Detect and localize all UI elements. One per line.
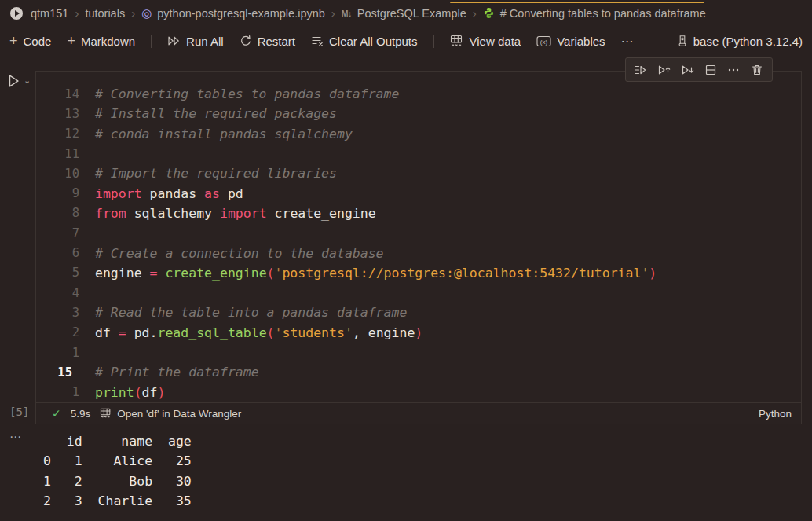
line-number: 7 <box>36 226 79 240</box>
output-lines: id name age0 1 Alice 251 2 Bob 302 3 Cha… <box>43 431 812 511</box>
run-all-button[interactable]: Run All <box>167 35 224 48</box>
code-editor[interactable]: 14# Converting tables to pandas datafram… <box>36 84 801 402</box>
line-number: 10 <box>36 167 79 181</box>
cell-toolbar <box>625 57 773 82</box>
kernel-picker-button[interactable]: base (Python 3.12.4) <box>677 35 803 48</box>
code-line[interactable]: 15# Print the dataframe <box>36 362 801 382</box>
breadcrumb-file-name[interactable]: python-postgresql-example.ipynb <box>157 7 325 20</box>
code-text: # Import the required libraries <box>95 166 337 181</box>
execution-duration: 5.9s <box>71 408 91 420</box>
split-cell-button[interactable] <box>701 61 720 79</box>
run-cell-icon <box>6 73 21 89</box>
line-number: 12 <box>36 127 79 141</box>
code-line[interactable]: 1print(df) <box>36 382 801 402</box>
markdown-icon: M↓ <box>342 9 352 18</box>
execute-below-button[interactable] <box>678 61 697 79</box>
code-cell[interactable]: 14# Converting tables to pandas datafram… <box>35 71 802 424</box>
cell-language-picker[interactable]: Python <box>759 408 792 420</box>
output-options-button[interactable]: ⋯ <box>9 430 22 444</box>
code-line[interactable]: 14# Converting tables to pandas datafram… <box>36 84 801 104</box>
output-line: 1 2 Bob 30 <box>43 471 812 491</box>
breadcrumb-heading[interactable]: # Converting tables to pandas dataframe <box>500 7 706 20</box>
code-line[interactable]: 10# Import the required libraries <box>36 163 801 183</box>
code-line[interactable]: 2df = pd.read_sql_table('students', engi… <box>36 323 801 343</box>
restart-icon <box>240 35 252 47</box>
code-text: # Create a connection to the database <box>95 246 384 261</box>
code-line[interactable]: 1 <box>36 343 801 362</box>
breadcrumb: qtm151 › tutorials › ◎ python-postgresql… <box>0 0 812 26</box>
svg-text:(x): (x) <box>540 38 548 45</box>
line-number: 2 <box>36 325 79 339</box>
code-text: df = pd.read_sql_table('students', engin… <box>95 325 422 340</box>
clear-outputs-icon <box>311 35 324 47</box>
data-wrangler-icon <box>450 35 464 47</box>
view-data-label: View data <box>470 35 521 48</box>
code-text: from sqlalchemy import create_engine <box>95 206 376 221</box>
code-line[interactable]: 8from sqlalchemy import create_engine <box>36 204 801 223</box>
line-number: 8 <box>36 206 79 220</box>
clear-all-outputs-button[interactable]: Clear All Outputs <box>311 35 418 48</box>
breadcrumb-section[interactable]: PostgreSQL Example <box>357 7 466 20</box>
line-number: 9 <box>36 186 79 200</box>
line-number: 11 <box>36 147 79 161</box>
code-text: import pandas as pd <box>95 186 243 201</box>
run-options-chevron-icon[interactable]: ⌄ <box>24 75 31 86</box>
toolbar-divider <box>433 35 434 48</box>
run-cell-button[interactable]: ⌄ <box>6 73 31 89</box>
code-line[interactable]: 9import pandas as pd <box>36 183 801 203</box>
execution-count: [5] <box>9 405 29 418</box>
code-text: print(df) <box>95 385 165 400</box>
restart-label: Restart <box>258 35 295 48</box>
toolbar-divider <box>151 35 152 48</box>
plus-icon: + <box>9 34 18 48</box>
line-number: 3 <box>36 306 79 320</box>
code-text: # Read the table into a pandas dataframe <box>95 305 407 320</box>
run-circle-icon[interactable] <box>10 7 23 20</box>
code-line[interactable]: 13# Install the required packages <box>36 104 801 123</box>
add-markdown-label: Markdown <box>81 35 135 48</box>
code-line[interactable]: 5engine = create_engine('postgresql://po… <box>36 263 801 283</box>
execute-above-button[interactable] <box>654 61 673 79</box>
code-line[interactable]: 4 <box>36 283 801 303</box>
view-data-button[interactable]: View data <box>450 35 521 48</box>
code-line[interactable]: 11 <box>36 144 801 163</box>
code-text: # Converting tables to pandas dataframe <box>95 86 399 101</box>
chevron-right-icon: › <box>331 6 336 20</box>
variables-icon: (x) <box>536 35 551 47</box>
code-text: # Print the dataframe <box>95 365 259 380</box>
add-code-cell-button[interactable]: + Code <box>9 34 51 48</box>
code-line[interactable]: 6# Create a connection to the database <box>36 243 801 262</box>
code-text: engine = create_engine('postgresql://pos… <box>95 266 657 281</box>
run-all-label: Run All <box>186 35 224 48</box>
execute-below-icon <box>681 64 694 76</box>
kernel-icon <box>677 35 688 47</box>
restart-button[interactable]: Restart <box>240 35 295 48</box>
execute-section-button[interactable] <box>631 61 650 79</box>
open-in-data-wrangler-button[interactable]: Open 'df' in Data Wrangler <box>100 408 241 420</box>
breadcrumb-folder-tutorials[interactable]: tutorials <box>85 7 125 20</box>
execute-above-icon <box>657 64 671 76</box>
output-line: 2 3 Charlie 35 <box>43 491 812 511</box>
delete-cell-button[interactable] <box>748 61 766 79</box>
clear-outputs-label: Clear All Outputs <box>329 35 418 48</box>
output-area: id name age0 1 Alice 251 2 Bob 302 3 Cha… <box>43 431 812 511</box>
trash-icon <box>751 64 763 76</box>
code-line[interactable]: 3# Read the table into a pandas datafram… <box>36 303 801 322</box>
cell-more-actions-button[interactable] <box>724 61 743 79</box>
variables-button[interactable]: (x) Variables <box>536 35 605 48</box>
code-text: # Install the required packages <box>95 106 337 121</box>
breadcrumb-folder-qtm151[interactable]: qtm151 <box>31 7 68 20</box>
success-check-icon: ✓ <box>52 407 61 420</box>
chevron-right-icon: › <box>130 6 136 20</box>
notebook-icon: ◎ <box>141 7 152 19</box>
add-markdown-cell-button[interactable]: + Markdown <box>67 34 135 48</box>
toolbar-more-button[interactable]: ⋯ <box>621 34 635 49</box>
code-line[interactable]: 7 <box>36 223 801 243</box>
code-line[interactable]: 12# conda install pandas sqlalchemy <box>36 124 801 144</box>
data-wrangler-icon <box>100 408 112 419</box>
run-all-icon <box>167 35 181 47</box>
code-text: # conda install pandas sqlalchemy <box>95 127 353 141</box>
active-line-number: 15 <box>29 365 72 380</box>
more-actions-icon <box>727 64 740 76</box>
notebook-toolbar: + Code + Markdown Run All Restart Clear … <box>0 26 812 56</box>
